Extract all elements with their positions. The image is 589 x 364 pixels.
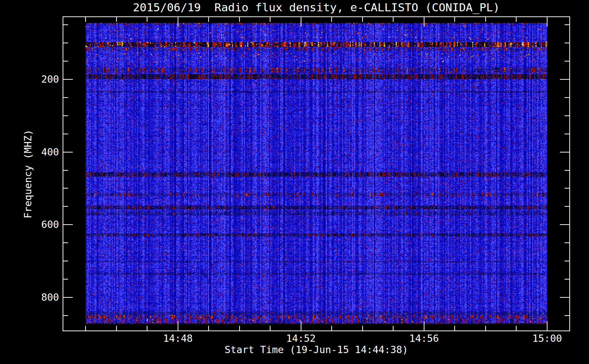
x-major-tick-top bbox=[178, 16, 178, 27]
y-minor-tick bbox=[63, 188, 68, 189]
spectrogram-figure: 2015/06/19 Radio flux density, e-CALLIST… bbox=[0, 0, 589, 364]
y-minor-tick-right bbox=[565, 115, 570, 116]
y-axis-title: Frequency (MHZ) bbox=[22, 130, 33, 218]
x-minor-tick-top bbox=[331, 16, 332, 22]
y-major-tick-right bbox=[560, 79, 570, 80]
y-minor-tick-right bbox=[565, 97, 570, 98]
x-minor-tick bbox=[85, 326, 86, 331]
y-minor-tick bbox=[63, 61, 68, 62]
x-minor-tick-top bbox=[147, 16, 147, 22]
x-minor-tick bbox=[239, 326, 240, 331]
x-minor-tick-top bbox=[485, 16, 486, 22]
x-major-tick bbox=[178, 321, 178, 331]
y-minor-tick-right bbox=[565, 279, 570, 280]
y-minor-tick bbox=[63, 170, 68, 171]
y-major-tick-right bbox=[560, 152, 570, 153]
y-minor-tick bbox=[63, 242, 68, 243]
x-minor-tick-top bbox=[516, 16, 517, 22]
x-tick-label: 14:48 bbox=[149, 333, 207, 344]
spectrogram-canvas bbox=[86, 23, 547, 324]
y-minor-tick-right bbox=[565, 188, 570, 189]
y-major-tick bbox=[63, 297, 73, 298]
x-minor-tick bbox=[516, 326, 517, 331]
y-tick-label: 800 bbox=[14, 291, 59, 304]
x-axis-title: Start Time (19-Jun-15 14:44:38) bbox=[63, 344, 570, 355]
y-minor-tick-right bbox=[565, 261, 570, 261]
x-major-tick-top bbox=[301, 16, 301, 27]
x-minor-tick bbox=[270, 326, 270, 331]
y-major-tick bbox=[63, 79, 73, 80]
x-minor-tick-top bbox=[362, 16, 363, 22]
x-tick-label: 14:56 bbox=[395, 333, 453, 344]
x-major-tick bbox=[301, 321, 301, 331]
y-minor-tick bbox=[63, 134, 68, 134]
chart-title: 2015/06/19 Radio flux density, e-CALLIST… bbox=[63, 1, 570, 14]
x-minor-tick bbox=[454, 326, 455, 331]
y-minor-tick bbox=[63, 24, 68, 25]
y-minor-tick-right bbox=[565, 170, 570, 171]
x-minor-tick bbox=[116, 326, 117, 331]
y-tick-label: 400 bbox=[14, 146, 59, 158]
y-minor-tick bbox=[63, 206, 68, 207]
y-major-tick bbox=[63, 224, 73, 225]
x-minor-tick bbox=[208, 326, 209, 331]
x-minor-tick-top bbox=[270, 16, 270, 22]
x-major-tick bbox=[424, 321, 424, 331]
x-minor-tick-top bbox=[208, 16, 209, 22]
x-tick-label: 15:00 bbox=[518, 333, 576, 344]
x-tick-label: 14:52 bbox=[272, 333, 330, 344]
y-minor-tick-right bbox=[565, 134, 570, 134]
y-minor-tick bbox=[63, 43, 68, 43]
y-minor-tick-right bbox=[565, 61, 570, 62]
y-major-tick bbox=[63, 152, 73, 153]
y-minor-tick bbox=[63, 315, 68, 316]
x-major-tick-top bbox=[547, 16, 548, 27]
x-minor-tick bbox=[147, 326, 147, 331]
x-major-tick bbox=[547, 321, 548, 331]
x-minor-tick bbox=[331, 326, 332, 331]
x-minor-tick bbox=[362, 326, 363, 331]
y-minor-tick bbox=[63, 115, 68, 116]
y-minor-tick-right bbox=[565, 242, 570, 243]
y-minor-tick bbox=[63, 261, 68, 261]
x-major-tick-top bbox=[424, 16, 424, 27]
y-minor-tick-right bbox=[565, 43, 570, 43]
y-major-tick-right bbox=[560, 297, 570, 298]
y-minor-tick-right bbox=[565, 24, 570, 25]
y-major-tick-right bbox=[560, 224, 570, 225]
x-minor-tick bbox=[393, 326, 394, 331]
y-minor-tick bbox=[63, 279, 68, 280]
x-minor-tick-top bbox=[454, 16, 455, 22]
y-minor-tick bbox=[63, 97, 68, 98]
x-minor-tick-top bbox=[393, 16, 394, 22]
y-tick-label: 600 bbox=[14, 218, 59, 231]
x-minor-tick bbox=[485, 326, 486, 331]
y-minor-tick-right bbox=[565, 206, 570, 207]
x-minor-tick-top bbox=[239, 16, 240, 22]
x-minor-tick-top bbox=[85, 16, 86, 22]
y-minor-tick-right bbox=[565, 315, 570, 316]
y-tick-label: 200 bbox=[14, 73, 59, 86]
x-minor-tick-top bbox=[116, 16, 117, 22]
